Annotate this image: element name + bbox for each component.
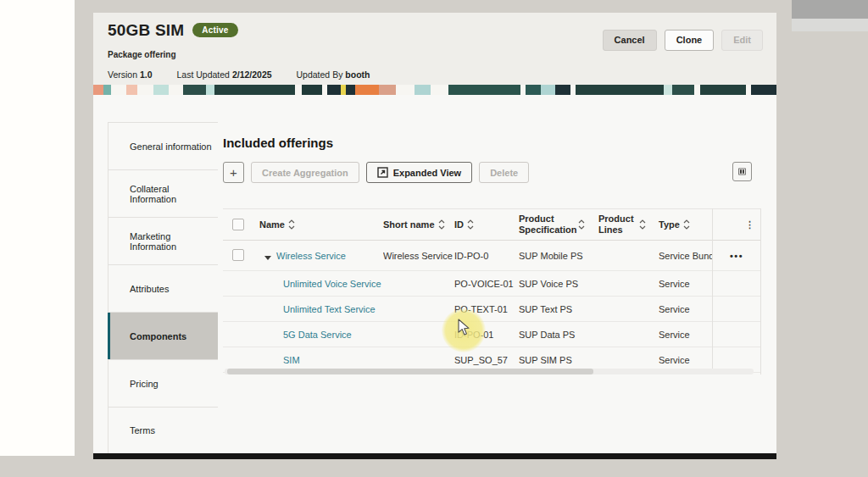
- header-actions: Cancel Clone Edit: [603, 30, 763, 51]
- table-row: Unlimited Voice Service PO-VOICE-01 SUP …: [223, 271, 760, 297]
- corner-overlay-light: [792, 19, 868, 31]
- offering-link[interactable]: Unlimited Voice Service: [283, 279, 381, 289]
- type-cell: Service: [659, 304, 712, 314]
- decorative-banner: [93, 85, 776, 95]
- sidebar-item-components[interactable]: Components: [108, 312, 218, 359]
- sort-icon[interactable]: [683, 219, 690, 230]
- table-row: 5G Data Service ID-PO-01 SUP Data PS Ser…: [223, 322, 760, 347]
- sidebar-item-marketing-information[interactable]: Marketing Information: [108, 217, 218, 264]
- sidebar-item-terms[interactable]: Terms: [108, 407, 218, 453]
- section-nav: General information Collateral Informati…: [108, 122, 218, 453]
- type-cell: Service: [659, 355, 712, 365]
- content-area: General information Collateral Informati…: [93, 95, 776, 453]
- scrollbar-thumb[interactable]: [227, 369, 593, 374]
- table-right-border: [760, 208, 761, 374]
- last-updated-label: Last Updated: [176, 69, 229, 80]
- corner-overlay-dark: [792, 0, 868, 19]
- id-cell: PO-VOICE-01: [454, 279, 519, 289]
- offering-link[interactable]: Unlimited Text Service: [283, 304, 376, 314]
- col-header-type[interactable]: Type: [659, 219, 680, 230]
- offer-type-label: Package offering: [108, 50, 176, 59]
- spec-cell: SUP Voice PS: [519, 279, 598, 289]
- version-label: Version: [108, 69, 137, 80]
- included-offerings-table: Name Short name ID Product Specification…: [223, 208, 760, 373]
- add-offering-button[interactable]: +: [223, 162, 244, 183]
- cancel-button[interactable]: Cancel: [603, 30, 657, 51]
- id-cell: SUP_SO_57: [454, 355, 519, 365]
- page-title: 50GB SIMActive: [108, 21, 238, 40]
- create-aggregation-button[interactable]: Create Aggregation: [251, 162, 359, 183]
- col-header-name[interactable]: Name: [259, 219, 285, 230]
- edit-button[interactable]: Edit: [721, 30, 763, 51]
- col-header-product-lines[interactable]: Product Lines: [598, 214, 636, 235]
- last-updated-value: 2/12/2025: [232, 69, 272, 80]
- short-name-cell: Wireless Service: [383, 251, 454, 261]
- sort-icon[interactable]: [467, 219, 474, 230]
- table-toolbar: + Create Aggregation Expanded View Delet…: [223, 162, 529, 183]
- plus-icon: +: [230, 165, 237, 180]
- app-window: 50GB SIMActive Package offering Version …: [93, 13, 776, 459]
- sidebar-item-general-information[interactable]: General information: [108, 122, 218, 169]
- type-cell: Service: [659, 279, 712, 289]
- offer-name: 50GB SIM: [108, 21, 184, 39]
- page-header: 50GB SIMActive Package offering Version …: [93, 13, 776, 85]
- meta-row: Version 1.0 Last Updated 2/12/2025 Updat…: [108, 69, 392, 80]
- row-select-checkbox[interactable]: [232, 249, 244, 261]
- offering-link[interactable]: 5G Data Service: [283, 330, 352, 340]
- sort-icon[interactable]: [578, 219, 585, 230]
- type-cell: Service Bund: [659, 251, 712, 261]
- col-header-short-name[interactable]: Short name: [383, 219, 435, 230]
- table-row: Wireless Service Wireless Service ID-PO-…: [223, 241, 760, 271]
- spec-cell: SUP Text PS: [519, 304, 598, 314]
- expanded-view-label: Expanded View: [393, 168, 462, 178]
- screen: 50GB SIMActive Package offering Version …: [0, 0, 868, 477]
- manage-columns-button[interactable]: [732, 162, 752, 181]
- collapse-caret-icon[interactable]: [264, 256, 271, 260]
- left-panel-background: [0, 0, 75, 456]
- version-value: 1.0: [140, 69, 153, 80]
- columns-icon: [738, 166, 746, 177]
- offering-link[interactable]: Wireless Service: [276, 251, 346, 261]
- col-header-id[interactable]: ID: [454, 219, 464, 230]
- sidebar-item-attributes[interactable]: Attributes: [108, 264, 218, 312]
- expand-view-icon: [377, 167, 388, 178]
- updated-by-value: booth: [345, 69, 370, 80]
- sidebar-item-collateral-information[interactable]: Collateral Information: [108, 169, 218, 217]
- sort-icon[interactable]: [438, 219, 445, 230]
- window-bottom-bar: [93, 453, 776, 459]
- table-header-row: Name Short name ID Product Specification…: [223, 208, 760, 241]
- column-divider: [712, 208, 713, 374]
- row-overflow-menu[interactable]: •••: [730, 251, 743, 261]
- section-title: Included offerings: [223, 136, 333, 150]
- spec-cell: SUP Data PS: [519, 330, 598, 340]
- spec-cell: SUP SIM PS: [519, 355, 598, 365]
- offering-link[interactable]: SIM: [283, 355, 300, 365]
- sort-icon[interactable]: [639, 219, 646, 230]
- expanded-view-button[interactable]: Expanded View: [366, 162, 473, 183]
- status-badge: Active: [192, 23, 237, 37]
- col-header-product-specification[interactable]: Product Specification: [519, 214, 575, 235]
- table-row: Unlimited Text Service PO-TEXT-01 SUP Te…: [223, 297, 760, 322]
- type-cell: Service: [659, 330, 712, 340]
- sidebar-item-pricing[interactable]: Pricing: [108, 359, 218, 407]
- horizontal-scrollbar[interactable]: [225, 369, 754, 374]
- sort-icon[interactable]: [288, 219, 295, 230]
- table-header-menu[interactable]: ⋮: [712, 209, 760, 240]
- spec-cell: SUP Mobile PS: [519, 251, 598, 261]
- clone-button[interactable]: Clone: [665, 30, 715, 51]
- id-cell: ID-PO-0: [454, 251, 519, 261]
- updated-by-label: Updated By: [297, 69, 343, 80]
- select-all-checkbox[interactable]: [232, 219, 244, 230]
- delete-button[interactable]: Delete: [479, 162, 529, 183]
- mouse-cursor-icon: [458, 319, 470, 340]
